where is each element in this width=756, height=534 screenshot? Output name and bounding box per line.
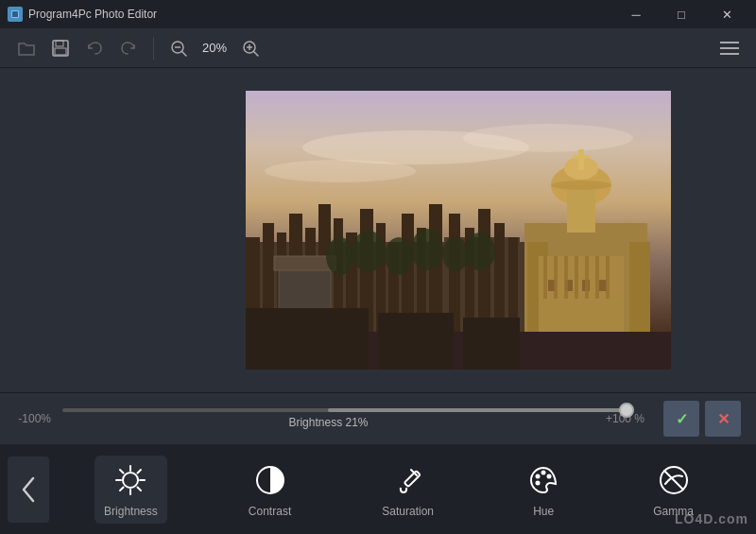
svg-line-83 xyxy=(120,470,124,474)
app-icon xyxy=(8,7,23,22)
svg-rect-61 xyxy=(606,256,610,299)
app-title: Program4Pc Photo Editor xyxy=(28,8,157,21)
photo-svg xyxy=(246,91,671,370)
svg-rect-4 xyxy=(56,41,63,46)
svg-line-12 xyxy=(254,51,259,56)
photo-display xyxy=(246,91,671,370)
undo-button[interactable] xyxy=(79,33,110,63)
svg-point-47 xyxy=(551,181,611,190)
svg-point-92 xyxy=(547,474,552,478)
svg-point-90 xyxy=(536,474,541,478)
svg-line-86 xyxy=(120,487,124,491)
titlebar: Program4Pc Photo Editor ─ □ ✕ xyxy=(0,0,756,28)
svg-rect-5 xyxy=(55,48,66,55)
svg-rect-56 xyxy=(554,256,558,299)
svg-rect-55 xyxy=(543,256,547,299)
tool-saturation[interactable]: Saturation xyxy=(372,456,443,524)
left-panel xyxy=(0,68,161,392)
slider-thumb[interactable] xyxy=(619,403,634,418)
close-button[interactable]: ✕ xyxy=(705,0,748,28)
svg-point-68 xyxy=(326,237,354,275)
tool-hue[interactable]: Hue xyxy=(515,456,572,524)
watermark: LO4D.com xyxy=(675,511,748,526)
canvas-area xyxy=(161,68,756,392)
nav-back-button[interactable] xyxy=(8,456,49,523)
open-icon xyxy=(17,40,36,57)
brightness-label: Brightness xyxy=(104,505,158,518)
svg-point-72 xyxy=(442,237,469,271)
hue-icon xyxy=(524,461,562,499)
svg-rect-76 xyxy=(378,313,454,370)
svg-line-8 xyxy=(182,51,187,56)
svg-rect-43 xyxy=(567,185,595,233)
saturation-icon xyxy=(389,461,427,499)
maximize-button[interactable]: □ xyxy=(660,0,703,28)
redo-icon xyxy=(120,40,137,57)
svg-point-78 xyxy=(123,473,138,488)
photo-background xyxy=(246,91,671,370)
contrast-label: Contrast xyxy=(249,505,291,518)
slider-wrapper: Brightness 21% xyxy=(62,408,594,429)
svg-rect-77 xyxy=(463,318,520,370)
tool-brightness[interactable]: Brightness xyxy=(94,456,167,524)
slider-value-label: Brightness 21% xyxy=(288,416,368,429)
svg-rect-88 xyxy=(404,471,420,487)
svg-line-95 xyxy=(664,471,683,490)
svg-rect-57 xyxy=(564,256,568,299)
svg-point-70 xyxy=(385,237,413,275)
zoom-in-button[interactable] xyxy=(235,33,266,63)
svg-rect-58 xyxy=(575,256,578,299)
cancel-button[interactable]: ✕ xyxy=(705,401,741,437)
svg-rect-60 xyxy=(595,256,599,299)
tool-contrast[interactable]: Contrast xyxy=(239,456,301,524)
hue-label: Hue xyxy=(533,505,554,518)
svg-rect-54 xyxy=(599,280,607,291)
svg-point-73 xyxy=(465,233,495,270)
titlebar-controls: ─ □ ✕ xyxy=(614,0,748,28)
svg-point-71 xyxy=(411,229,443,270)
svg-point-91 xyxy=(541,470,546,474)
bottom-toolbar: Brightness Contrast Saturati xyxy=(0,444,756,534)
menu-button[interactable] xyxy=(714,33,745,63)
controls-area: -100% Brightness 21% +100 % ✓ ✕ xyxy=(0,392,756,444)
tools-list: Brightness Contrast Saturati xyxy=(49,456,748,524)
svg-rect-59 xyxy=(585,256,589,299)
titlebar-left: Program4Pc Photo Editor xyxy=(8,7,157,22)
slider-fill xyxy=(328,408,626,412)
svg-line-84 xyxy=(138,487,142,491)
svg-point-69 xyxy=(352,231,386,272)
toolbar: 20% xyxy=(0,28,756,68)
undo-icon xyxy=(86,40,103,57)
svg-point-18 xyxy=(265,160,416,182)
brightness-icon xyxy=(112,461,149,499)
main-area xyxy=(0,68,756,392)
toolbar-divider xyxy=(153,37,154,60)
confirm-button[interactable]: ✓ xyxy=(663,401,699,437)
svg-rect-46 xyxy=(573,155,590,159)
gamma-icon xyxy=(655,461,693,499)
open-button[interactable] xyxy=(11,33,42,63)
svg-rect-2 xyxy=(12,11,18,17)
chevron-left-icon xyxy=(21,476,36,503)
svg-rect-45 xyxy=(578,149,584,170)
svg-rect-75 xyxy=(246,308,369,370)
redo-button[interactable] xyxy=(113,33,144,63)
saturation-label: Saturation xyxy=(382,505,434,518)
zoom-out-button[interactable] xyxy=(163,33,194,63)
save-icon xyxy=(52,40,69,57)
svg-line-85 xyxy=(138,470,142,474)
slider-min-label: -100% xyxy=(15,412,51,425)
minimize-button[interactable]: ─ xyxy=(614,0,658,28)
action-buttons: ✓ ✕ xyxy=(663,401,741,437)
zoom-in-icon xyxy=(241,39,260,58)
slider-track[interactable] xyxy=(62,408,594,412)
contrast-icon xyxy=(251,461,289,499)
svg-point-19 xyxy=(463,124,633,152)
save-button[interactable] xyxy=(45,33,76,63)
svg-point-93 xyxy=(536,480,541,485)
hamburger-icon xyxy=(720,42,739,55)
zoom-out-icon xyxy=(169,39,188,58)
zoom-value: 20% xyxy=(198,41,232,55)
